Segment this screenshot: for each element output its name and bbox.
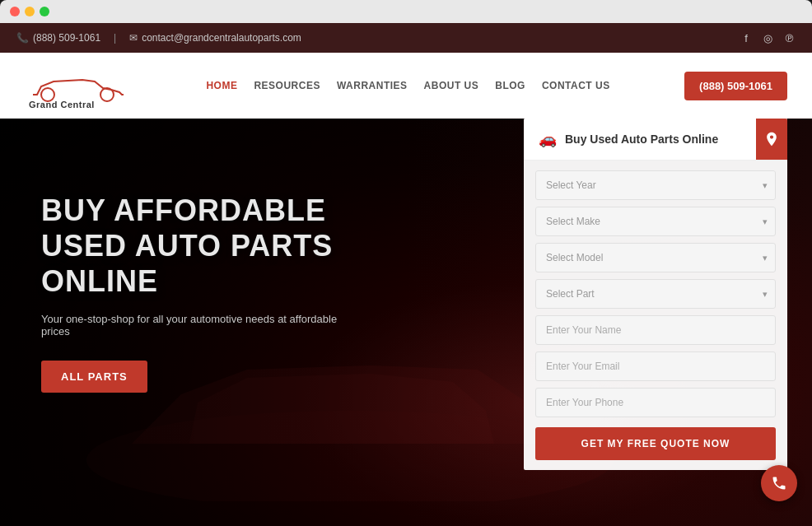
topbar-email-address: contact@grandcentralautoparts.com [142,32,301,44]
part-select[interactable]: Select Part [535,279,776,309]
car-icon: 🚗 [539,130,557,148]
site-logo[interactable]: Grand Central AUTO PARTS [25,63,132,109]
name-input[interactable] [535,315,776,345]
topbar-phone-number: (888) 509-1061 [33,32,100,44]
phone-input[interactable] [535,388,776,417]
topbar-divider: | [114,32,116,44]
header-phone-button[interactable]: (888) 509-1061 [684,72,787,100]
topbar-contact-info: 📞 (888) 509-1061 | ✉ contact@grandcentra… [16,32,301,44]
model-select[interactable]: Select Model [535,243,776,272]
panel-title: Buy Used Auto Parts Online [565,133,718,146]
part-select-wrapper: Select Part [535,279,776,309]
topbar-phone[interactable]: 📞 (888) 509-1061 [16,32,100,44]
nav-about-us[interactable]: ABOUT US [424,80,479,91]
hero-content: BUY AFFORDABLE USED AUTO PARTS ONLINE Yo… [41,193,387,393]
svg-point-1 [100,88,114,101]
browser-dot-close[interactable] [10,7,20,16]
topbar-email[interactable]: ✉ contact@grandcentralautoparts.com [129,32,301,44]
phone-float-button[interactable] [761,465,797,501]
all-parts-button[interactable]: ALL PARTS [41,361,147,393]
hero-section: BUY AFFORDABLE USED AUTO PARTS ONLINE Yo… [0,119,812,526]
email-icon: ✉ [129,32,138,44]
browser-dot-minimize[interactable] [25,7,35,16]
browser-chrome [0,0,812,23]
email-input[interactable] [535,351,776,381]
topbar-social: f ◎ ℗ [740,31,796,44]
pinterest-icon[interactable]: ℗ [782,31,796,44]
submit-quote-button[interactable]: GET MY FREE QUOTE NOW [535,427,776,460]
browser-dot-maximize[interactable] [40,7,49,16]
nav-resources[interactable]: RESOURCES [254,80,320,91]
facebook-icon[interactable]: f [740,31,753,44]
make-select[interactable]: Select Make [535,207,776,236]
hero-title: BUY AFFORDABLE USED AUTO PARTS ONLINE [41,193,387,300]
nav-warranties[interactable]: WARRANTIES [337,80,408,91]
phone-icon: 📞 [16,32,29,44]
panel-body: Select Year Select Make Select Model [524,161,787,470]
make-select-wrapper: Select Make [535,207,776,236]
model-select-wrapper: Select Model [535,243,776,272]
panel-tab-icon[interactable] [756,119,787,160]
hero-subtitle: Your one-stop-shop for all your automoti… [41,313,354,337]
svg-text:Grand Central: Grand Central [29,100,95,109]
instagram-icon[interactable]: ◎ [761,31,774,44]
year-select[interactable]: Select Year [535,170,776,200]
year-select-wrapper: Select Year [535,170,776,200]
logo-area[interactable]: Grand Central AUTO PARTS [25,63,132,109]
top-bar: 📞 (888) 509-1061 | ✉ contact@grandcentra… [0,23,812,53]
main-nav: HOME RESOURCES WARRANTIES ABOUT US BLOG … [206,80,609,91]
site-wrapper: 📞 (888) 509-1061 | ✉ contact@grandcentra… [0,23,812,526]
nav-home[interactable]: HOME [206,80,237,91]
panel-header: 🚗 Buy Used Auto Parts Online [524,119,787,161]
header: Grand Central AUTO PARTS HOME RESOURCES … [0,53,812,119]
contact-panel: 🚗 Buy Used Auto Parts Online Select Year… [524,119,787,470]
nav-blog[interactable]: BLOG [495,80,525,91]
nav-contact-us[interactable]: CONTACT US [542,80,610,91]
